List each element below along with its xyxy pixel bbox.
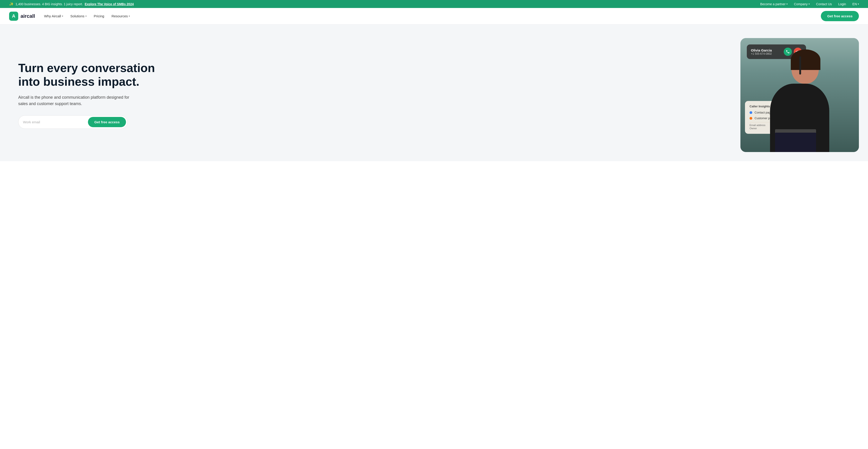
hero-left: Turn every conversation into business im… (18, 61, 159, 129)
customer-dot-icon (749, 117, 752, 120)
banner-link[interactable]: Explore The Voice of SMBs 2024 (85, 2, 134, 6)
hero-title: Turn every conversation into business im… (18, 61, 159, 89)
chevron-down-icon: ▾ (62, 15, 63, 17)
top-banner: ✨ 1,400 businesses. 4 BIG insights. 1 ju… (0, 0, 868, 8)
chevron-down-icon: ▾ (786, 3, 787, 5)
nav-links: Why Aircall ▾ Solutions ▾ Pricing Resour… (44, 14, 130, 18)
caller-phone: +1 505-674-0802 (751, 52, 772, 55)
banner-nav-login[interactable]: Login (838, 2, 846, 6)
hero-cta-button[interactable]: Get free access (88, 117, 126, 127)
nav-cta-button[interactable]: Get free access (821, 11, 859, 21)
banner-left: ✨ 1,400 businesses. 4 BIG insights. 1 ju… (9, 2, 134, 6)
banner-nav-lang[interactable]: EN ▾ (852, 2, 859, 6)
nav-why-aircall[interactable]: Why Aircall ▾ (44, 14, 63, 18)
logo-icon: A (9, 11, 18, 21)
logo-text: aircall (21, 13, 35, 19)
hero-right: Olivia Garcia +1 505-674-0802 Caller Ins… (727, 38, 859, 152)
banner-nav-company[interactable]: Company ▾ (794, 2, 810, 6)
nav-pricing[interactable]: Pricing (94, 14, 104, 18)
nav-left: A aircall Why Aircall ▾ Solutions ▾ Pric… (9, 11, 130, 21)
chevron-down-icon: ▾ (809, 3, 810, 5)
hero-section: Turn every conversation into business im… (0, 24, 868, 161)
email-input[interactable] (23, 120, 88, 124)
chevron-down-icon: ▾ (858, 3, 859, 5)
hero-image: Olivia Garcia +1 505-674-0802 Caller Ins… (740, 38, 859, 152)
main-navigation: A aircall Why Aircall ▾ Solutions ▾ Pric… (0, 8, 868, 24)
accept-call-button[interactable] (784, 48, 792, 56)
banner-text: 1,400 businesses. 4 BIG insights. 1 juic… (16, 2, 83, 6)
hero-subtitle: Aircall is the phone and communication p… (18, 94, 137, 107)
chevron-down-icon: ▾ (129, 15, 130, 17)
caller-name: Olivia Garcia (751, 48, 772, 52)
logo[interactable]: A aircall (9, 11, 35, 21)
chevron-down-icon: ▾ (86, 15, 87, 17)
caller-info: Olivia Garcia +1 505-674-0802 (751, 48, 772, 55)
nav-solutions[interactable]: Solutions ▾ (70, 14, 87, 18)
nav-resources[interactable]: Resources ▾ (112, 14, 130, 18)
contact-dot-icon (749, 111, 752, 114)
insights-contact-label: Contact page (754, 111, 772, 114)
hero-form: Get free access (18, 115, 128, 129)
insights-email-label: Email address (749, 124, 766, 126)
sparkle-icon: ✨ (9, 2, 14, 6)
banner-nav-partner[interactable]: Become a partner ▾ (760, 2, 787, 6)
banner-nav: Become a partner ▾ Company ▾ Contact Us … (760, 2, 859, 6)
insights-owner-label: Owner (749, 127, 757, 130)
banner-nav-contact[interactable]: Contact Us (816, 2, 832, 6)
